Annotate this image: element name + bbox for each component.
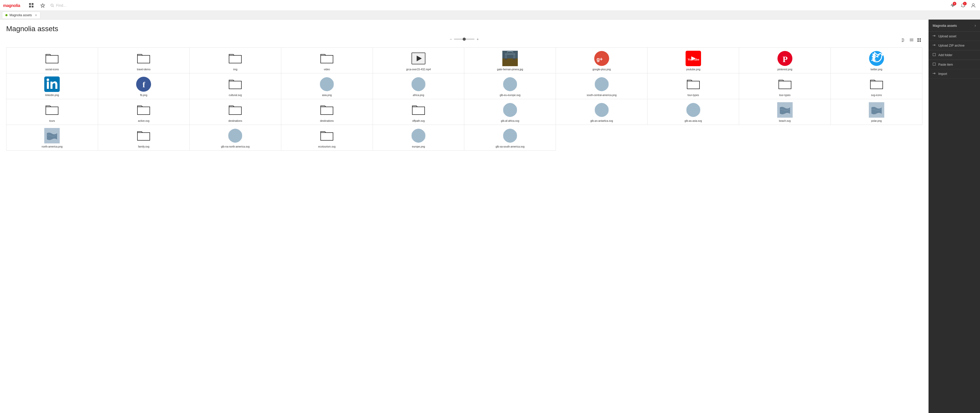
asset-icon-linkedin [44,77,60,92]
asset-cell[interactable]: destinations [281,99,373,125]
slider-track[interactable] [454,38,474,40]
pulse-badge[interactable]: 0 [949,2,956,9]
asset-cell[interactable]: ecotourism.svg [281,125,373,151]
asset-cell[interactable]: img [190,48,281,73]
asset-name: travel-demo [137,68,151,71]
grid-view-button[interactable] [916,37,922,43]
svg-rect-108 [933,53,935,56]
asset-icon-globe [411,128,426,144]
asset-cell[interactable]: glb-af-africa.svg [464,99,556,125]
tab-magnolia-assets[interactable]: Magnolia assets × [2,11,40,19]
list-view-button[interactable] [908,37,915,43]
right-panel-item-upload-asset[interactable]: Upload asset [929,32,980,41]
asset-cell[interactable]: europe.png [373,125,465,151]
zoom-plus[interactable]: + [477,37,479,41]
asset-cell[interactable]: f fb.png [98,73,190,99]
asset-cell[interactable]: g+ google-plus.png [556,48,648,73]
asset-cell[interactable]: cultural.svg [190,73,281,99]
right-panel-item-import[interactable]: Import [929,69,980,78]
asset-cell[interactable]: active.svg [98,99,190,125]
asset-name: africa.png [413,94,424,97]
asset-icon-gate-image [502,51,518,66]
asset-icon-map [869,102,884,118]
asset-name: glb-af-africa.svg [501,119,519,123]
asset-name: ecotourism.svg [318,145,336,148]
asset-icon-folder-empty [319,128,334,144]
paste-item-icon [933,62,936,67]
svg-point-9 [972,3,974,6]
asset-cell[interactable]: south-central-america.png [556,73,648,99]
asset-cell[interactable]: gate-hernan-pinera.jpg [464,48,556,73]
search-bar[interactable]: Find... [51,3,153,8]
asset-icon-globe [502,128,518,144]
asset-name: video [324,68,330,71]
asset-cell[interactable]: YouTube youtube.png [648,48,739,73]
asset-cell[interactable]: glb-sa-south-america.svg [464,125,556,151]
asset-cell[interactable]: family.svg [98,125,190,151]
apps-grid-icon[interactable] [28,2,35,9]
asset-cell[interactable]: glb-an-antartica.svg [556,99,648,125]
asset-name: polar.png [871,119,882,123]
right-panel-item-add-folder[interactable]: Add folder [929,51,980,60]
asset-name: offpath.svg [412,119,425,123]
asset-cell[interactable]: video [281,48,373,73]
svg-rect-20 [918,40,919,42]
asset-cell[interactable]: travel-demo [98,48,190,73]
asset-cell[interactable]: beach.svg [739,99,831,125]
tab-close-button[interactable]: × [35,13,37,17]
asset-cell[interactable]: twitter.png [831,48,922,73]
svg-rect-10 [902,38,903,39]
asset-cell[interactable]: destinations [190,99,281,125]
asset-cell[interactable]: asia.png [281,73,373,99]
asset-cell[interactable]: glb-na-north-america.svg [190,125,281,151]
svg-text:f: f [143,80,145,89]
upload-zip-icon [933,43,936,47]
asset-cell[interactable]: north-america.png [6,125,98,151]
right-panel-items: Upload assetUpload ZIP archiveAdd folder… [929,32,980,78]
asset-cell[interactable]: tours [6,99,98,125]
svg-rect-11 [902,41,903,42]
svg-rect-1 [29,3,31,5]
bell-badge[interactable]: 1 [959,2,967,9]
svg-text:P: P [783,54,788,64]
asset-cell[interactable]: glb-eu-europe.svg [464,73,556,99]
asset-cell[interactable]: polar.png [831,99,922,125]
asset-name: south-central-america.png [587,94,617,97]
right-panel-item-upload-zip[interactable]: Upload ZIP archive [929,41,980,50]
right-panel-item-paste-item[interactable]: Paste item [929,60,980,69]
asset-name: destinations [229,119,242,123]
asset-cell[interactable]: glb-as-asia.svg [648,99,739,125]
upload-zip-label: Upload ZIP archive [938,44,964,47]
asset-name: fb.png [140,94,147,97]
logo[interactable]: magnolia [3,3,24,8]
tree-view-button[interactable] [901,37,907,43]
asset-name: cultural.svg [229,94,242,97]
asset-icon-folder-empty [136,102,151,118]
asset-name: glb-sa-south-america.svg [496,145,525,148]
asset-icon-globe [594,77,609,92]
right-panel-header: Magnolia assets › [929,19,980,32]
asset-cell[interactable]: P pinterest.png [739,48,831,73]
content-area: Magnolia assets − + [0,19,929,413]
asset-cell[interactable]: social-icons [6,48,98,73]
asset-cell[interactable]: offpath.svg [373,99,465,125]
asset-name: img [233,68,237,71]
asset-grid: social-icons travel-demo img video grca-… [6,47,922,151]
asset-cell[interactable]: tour-types [648,73,739,99]
asset-icon-folder [686,77,701,92]
asset-cell[interactable]: grca-over15-432.mp4 [373,48,465,73]
user-icon[interactable] [970,2,977,9]
zoom-minus[interactable]: − [450,37,452,41]
upload-asset-icon [933,34,936,38]
asset-name: active.svg [138,119,149,123]
asset-cell[interactable]: africa.png [373,73,465,99]
asset-cell[interactable]: linkedin.png [6,73,98,99]
right-panel-close-button[interactable]: › [975,23,976,28]
asset-name: glb-na-north-america.svg [221,145,250,148]
asset-cell[interactable]: svg-icons [831,73,922,99]
add-folder-label: Add folder [938,53,953,57]
svg-line-7 [53,6,54,7]
svg-rect-25 [502,59,518,66]
asset-cell[interactable]: tour-types [739,73,831,99]
favorites-icon[interactable] [39,2,46,9]
